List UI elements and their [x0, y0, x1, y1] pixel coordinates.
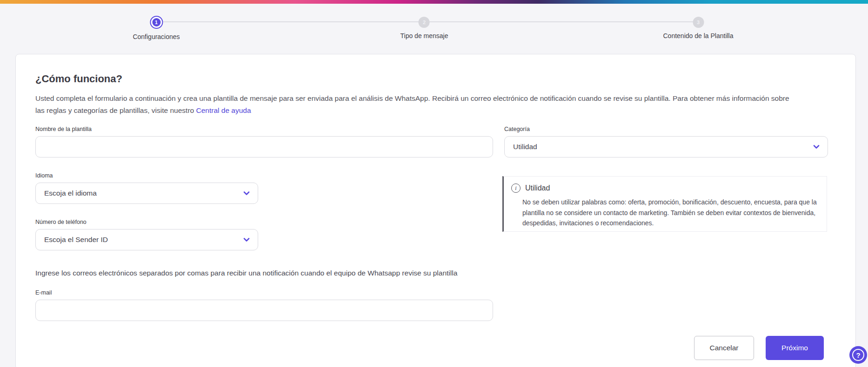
intro-text-body: Usted completa el formulario a continuac…: [35, 94, 789, 114]
step-3-label: Contenido de la Plantilla: [663, 32, 734, 39]
template-settings-card: ¿Cómo funciona? Usted completa el formul…: [15, 54, 856, 367]
chevron-down-icon: [813, 143, 820, 151]
info-box-header: i Utilidad: [511, 184, 550, 193]
language-select[interactable]: Escoja el idioma: [35, 183, 258, 204]
step-3-circle: 3: [693, 17, 704, 28]
info-box-title: Utilidad: [525, 184, 550, 192]
step-1-circle: 1: [150, 16, 163, 29]
cancel-button[interactable]: Cancelar: [694, 336, 754, 360]
page-title: ¿Cómo funciona?: [35, 73, 122, 85]
step-1-label: Configuraciones: [133, 33, 180, 40]
email-input[interactable]: [35, 300, 493, 321]
language-label: Idioma: [35, 172, 53, 179]
category-info-box: i Utilidad No se deben utilizar palabras…: [502, 176, 827, 232]
stepper-step-configuraciones[interactable]: 1 Configuraciones: [133, 16, 180, 40]
step-1-number: 1: [152, 18, 160, 26]
stepper-step-contenido-plantilla[interactable]: 3 Contenido de la Plantilla: [663, 16, 734, 39]
info-icon: i: [511, 184, 521, 193]
help-center-link[interactable]: Central de ayuda: [196, 106, 251, 114]
language-select-value: Escoja el idioma: [44, 189, 97, 197]
category-select-value: Utilidad: [513, 143, 537, 151]
stepper-step-tipo-de-mensaje[interactable]: 2 Tipo de mensaje: [401, 16, 448, 39]
phone-number-label: Número de teléfono: [35, 219, 87, 225]
category-select[interactable]: Utilidad: [504, 136, 828, 157]
next-button[interactable]: Próximo: [766, 336, 824, 360]
sender-id-select[interactable]: Escoja el Sender ID: [35, 229, 258, 250]
intro-text: Usted completa el formulario a continuac…: [35, 92, 798, 117]
info-box-text: No se deben utilizar palabras como: ofer…: [522, 197, 822, 229]
question-mark-icon: ?: [852, 349, 864, 361]
email-label: E-mail: [35, 289, 52, 296]
help-fab-button[interactable]: ?: [849, 346, 867, 364]
chevron-down-icon: [243, 236, 250, 243]
email-instruction-text: Ingrese los correos electrónicos separad…: [35, 269, 547, 277]
sender-id-select-value: Escoja el Sender ID: [44, 236, 108, 244]
chevron-down-icon: [243, 190, 250, 197]
step-2-label: Tipo de mensaje: [401, 32, 448, 39]
template-name-label: Nombre de la plantilla: [35, 126, 92, 132]
step-2-circle: 2: [419, 17, 430, 28]
template-name-input[interactable]: [35, 136, 493, 157]
brand-gradient-bar: [0, 0, 868, 4]
category-label: Categoría: [504, 126, 530, 132]
